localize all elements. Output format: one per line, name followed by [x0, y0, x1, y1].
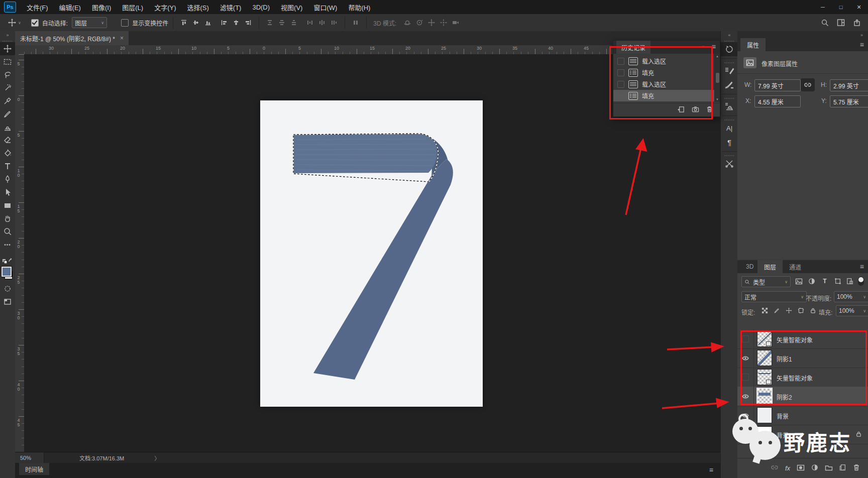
- new-group-icon[interactable]: [825, 464, 833, 472]
- ruler-origin-corner[interactable]: [15, 45, 25, 55]
- history-source-checkbox[interactable]: [617, 69, 624, 76]
- align-top-icon[interactable]: [178, 17, 190, 29]
- layer-filter-dropdown[interactable]: 类型∨: [741, 276, 791, 287]
- visibility-toggle[interactable]: [737, 387, 754, 406]
- menu-select[interactable]: 选择(S): [181, 0, 214, 14]
- move-tool[interactable]: [0, 42, 15, 55]
- shape-tool[interactable]: [0, 199, 15, 212]
- filter-type-layers-icon[interactable]: T: [819, 275, 831, 287]
- paragraph-panel-icon[interactable]: ¶: [721, 135, 738, 149]
- history-menu-icon[interactable]: ≡: [712, 43, 716, 51]
- align-right-icon[interactable]: [242, 17, 254, 29]
- timeline-menu-icon[interactable]: ≡: [709, 466, 713, 474]
- tool-preset-chevron-icon[interactable]: ∨: [18, 21, 21, 25]
- tab-channels[interactable]: 通道: [783, 260, 808, 273]
- brush-settings-panel-icon[interactable]: [721, 64, 738, 78]
- path-select-tool[interactable]: [0, 186, 15, 199]
- clone-source-panel-icon[interactable]: [721, 99, 738, 113]
- align-bottom-icon[interactable]: [202, 17, 214, 29]
- eraser-tool[interactable]: [0, 134, 15, 147]
- layer-row-shadow1[interactable]: 阴影1: [737, 348, 868, 368]
- character-panel-icon[interactable]: A|: [721, 121, 738, 135]
- history-panel-icon[interactable]: [721, 42, 738, 56]
- maximize-button[interactable]: □: [832, 1, 850, 14]
- history-item-fill-1[interactable]: 填充: [613, 67, 720, 78]
- link-dimensions-icon[interactable]: [801, 78, 815, 91]
- menu-image[interactable]: 图像(I): [86, 0, 117, 14]
- layer-thumbnail[interactable]: [757, 350, 772, 366]
- tool-presets-panel-icon[interactable]: [721, 157, 738, 171]
- menu-view[interactable]: 视图(V): [275, 0, 308, 14]
- 3d-camera-icon[interactable]: [450, 17, 462, 29]
- layer-style-icon[interactable]: fx: [785, 464, 790, 472]
- opacity-dropdown[interactable]: 100%∨: [834, 291, 868, 302]
- close-button[interactable]: ✕: [850, 1, 868, 14]
- align-hcenter-icon[interactable]: [230, 17, 242, 29]
- y-field[interactable]: 5.75 厘米: [830, 95, 868, 107]
- 3d-slide-icon[interactable]: [438, 17, 450, 29]
- marquee-tool[interactable]: [0, 55, 15, 68]
- layer-thumbnail[interactable]: [757, 427, 772, 442]
- layer-thumbnail[interactable]: [757, 331, 772, 346]
- layers-menu-icon[interactable]: ≡: [860, 263, 864, 271]
- minimize-button[interactable]: ─: [814, 1, 832, 14]
- align-vcenter-icon[interactable]: [190, 17, 202, 29]
- search-icon[interactable]: [819, 17, 831, 29]
- distribute-spacing-icon[interactable]: [350, 17, 362, 29]
- visibility-toggle[interactable]: [737, 406, 754, 425]
- new-document-from-state-icon[interactable]: [677, 105, 685, 114]
- toolbar-collapse-icon[interactable]: »: [0, 31, 15, 39]
- menu-help[interactable]: 帮助(H): [343, 0, 376, 14]
- document-tab[interactable]: 未标题-1 @ 50% (阴影2, RGB/8#) * ×: [15, 31, 129, 45]
- visibility-toggle[interactable]: [737, 425, 754, 444]
- status-expand-icon[interactable]: 〉: [154, 454, 160, 462]
- type-tool[interactable]: [0, 160, 15, 173]
- filter-toggle[interactable]: [858, 277, 864, 286]
- visibility-toggle[interactable]: [737, 348, 754, 368]
- screen-mode-icon[interactable]: [0, 295, 15, 308]
- layer-thumbnail[interactable]: [757, 408, 772, 423]
- layer-row-vector-smart-object-2[interactable]: 矢量智能对象: [737, 368, 868, 387]
- timeline-tab[interactable]: 时间轴: [19, 463, 49, 475]
- paint-bucket-tool[interactable]: [0, 147, 15, 160]
- filter-pixel-layers-icon[interactable]: [793, 275, 805, 287]
- align-left-icon[interactable]: [218, 17, 230, 29]
- hand-tool[interactable]: [0, 212, 15, 225]
- dock-expand-icon[interactable]: «: [721, 31, 738, 39]
- tab-close-icon[interactable]: ×: [120, 35, 124, 42]
- add-layer-mask-icon[interactable]: [797, 464, 805, 472]
- menu-3d[interactable]: 3D(D): [247, 0, 275, 14]
- new-adjustment-layer-icon[interactable]: [811, 464, 818, 472]
- panels-collapse-icon[interactable]: »: [860, 33, 863, 38]
- distribute-bottom-icon[interactable]: [288, 17, 300, 29]
- visibility-toggle[interactable]: [737, 329, 754, 348]
- auto-select-target-dropdown[interactable]: 图层∨: [72, 17, 107, 28]
- new-layer-icon[interactable]: [839, 464, 846, 472]
- foreground-color-swatch[interactable]: [2, 267, 12, 277]
- lock-artboard-icon[interactable]: [795, 304, 807, 316]
- history-item-load-selection-2[interactable]: 载入选区: [613, 78, 720, 90]
- filter-smart-objects-icon[interactable]: [844, 275, 856, 287]
- 3d-pan-icon[interactable]: [425, 17, 438, 29]
- zoom-level-field[interactable]: 50%: [15, 452, 44, 463]
- tab-properties[interactable]: 属性: [740, 38, 766, 51]
- history-item-fill-2[interactable]: 填充: [613, 90, 720, 101]
- scrollbar-thumb[interactable]: [716, 73, 719, 83]
- brush-tool[interactable]: [0, 107, 15, 121]
- properties-menu-icon[interactable]: ≡: [860, 41, 864, 49]
- lock-pixels-icon[interactable]: [771, 304, 783, 316]
- quick-mask-icon[interactable]: [0, 282, 15, 295]
- auto-select-checkbox[interactable]: [31, 19, 39, 27]
- more-tools-icon[interactable]: •••: [0, 238, 15, 251]
- layer-row-background[interactable]: 背景: [737, 425, 868, 444]
- filter-shape-layers-icon[interactable]: [832, 275, 844, 287]
- lasso-tool[interactable]: [0, 68, 15, 81]
- menu-window[interactable]: 窗口(W): [308, 0, 343, 14]
- history-source-checkbox[interactable]: [617, 92, 624, 99]
- distribute-hcenter-icon[interactable]: [316, 17, 328, 29]
- distribute-right-icon[interactable]: [328, 17, 340, 29]
- lock-transparency-icon[interactable]: [758, 304, 771, 316]
- history-scrollbar[interactable]: ▲ ▼: [714, 54, 720, 102]
- default-swap-colors-icons[interactable]: [0, 256, 15, 265]
- 3d-roll-icon[interactable]: [413, 17, 425, 29]
